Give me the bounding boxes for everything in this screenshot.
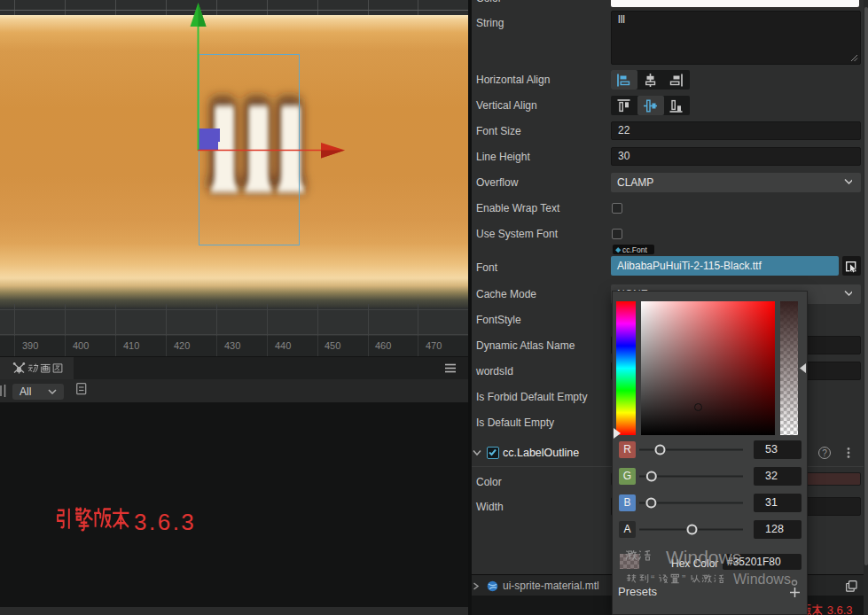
svg-text:3.6.3: 3.6.3 (827, 603, 853, 615)
svg-text:3.6.3: 3.6.3 (134, 509, 196, 534)
